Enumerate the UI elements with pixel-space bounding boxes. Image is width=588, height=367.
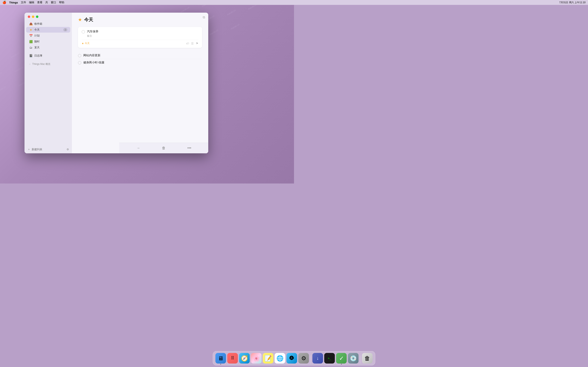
new-list-button[interactable]: ＋ 新建列表 [27, 147, 42, 151]
sidebar-item-inbox[interactable]: 📥 收件箱 [26, 21, 70, 27]
maximize-button[interactable] [36, 16, 38, 18]
main-header: ★ 今天 [72, 13, 208, 25]
menubar-left: 🍎 Things 文件 编辑 查看 共 窗口 帮助 [2, 1, 64, 4]
sidebar-overview-label: Things Mac 概览 [32, 62, 51, 66]
sidebar-item-plan[interactable]: 📅 计划 [26, 33, 70, 39]
sidebar-item-today[interactable]: ★ 今天 3 [26, 27, 70, 33]
more-button[interactable]: ••• [186, 145, 193, 152]
apple-logo-icon[interactable]: 🍎 [2, 1, 6, 4]
plus-icon: ＋ [27, 147, 30, 151]
menu-window[interactable]: 窗口 [51, 1, 56, 4]
task-1-note: 备注 [87, 34, 199, 38]
logbook-icon: 📓 [29, 54, 33, 58]
main-title: 今天 [84, 17, 93, 23]
tag-label: 今天 [85, 42, 90, 45]
task-1-title: 汽车保养 [87, 30, 98, 33]
filter-button[interactable]: ⚙ [67, 148, 69, 151]
menu-share[interactable]: 共 [45, 1, 48, 4]
menu-edit[interactable]: 编辑 [29, 1, 34, 4]
someday-icon: 🗂 [29, 46, 33, 49]
trash-icon: 🗑 [162, 146, 165, 150]
task-item-2[interactable]: 网站内容更新 [78, 52, 202, 59]
sidebar-item-things-overview[interactable]: ○ Things Mac 概览 [26, 61, 70, 67]
inbox-icon: 📥 [29, 22, 33, 26]
task-3-checkbox[interactable] [78, 61, 81, 64]
app-window: 📥 收件箱 ★ 今天 3 📅 计划 🟩 随时 [25, 13, 208, 153]
sidebar-someday-label: 某天 [34, 46, 67, 49]
move-icon: → [136, 146, 140, 150]
close-button[interactable] [28, 16, 30, 18]
main-star-icon: ★ [78, 17, 82, 22]
menubar: 🍎 Things 文件 编辑 查看 共 窗口 帮助 7月31日 周六 上午11:… [0, 0, 294, 5]
tag-action-icon[interactable]: 🏷 [186, 42, 189, 45]
plan-icon: 📅 [29, 34, 33, 38]
menu-file[interactable]: 文件 [21, 1, 26, 4]
sidebar: 📥 收件箱 ★ 今天 3 📅 计划 🟩 随时 [25, 13, 72, 153]
filter-icon: ⚙ [67, 148, 69, 151]
task-2-title: 网站内容更新 [83, 54, 100, 57]
sidebar-footer: ＋ 新建列表 ⚙ [25, 145, 72, 153]
sidebar-inbox-label: 收件箱 [34, 22, 67, 26]
sidebar-logbook-label: 日志簿 [34, 54, 67, 58]
sidebar-item-logbook[interactable]: 📓 日志簿 [26, 53, 70, 58]
bottom-toolbar: → 🗑 ••• [119, 143, 208, 153]
sidebar-item-anytime[interactable]: 🟩 随时 [26, 39, 70, 44]
task-1-today-tag[interactable]: ★ 今天 [82, 42, 90, 45]
task-card-1[interactable]: 汽车保养 备注 ★ 今天 🏷 ☰ ⚑ [78, 27, 202, 48]
more-icon: ••• [187, 146, 191, 150]
sidebar-today-label: 今天 [34, 28, 62, 32]
app-name-menu[interactable]: Things [9, 1, 18, 4]
sidebar-anytime-label: 随时 [34, 40, 67, 43]
main-body: 汽车保养 备注 ★ 今天 🏷 ☰ ⚑ [72, 25, 208, 153]
sidebar-nav: 📥 收件箱 ★ 今天 3 📅 计划 🟩 随时 [25, 20, 72, 145]
task-list: 网站内容更新 健身两小时-练腿 [78, 51, 202, 67]
checklist-action-icon[interactable]: ☰ [191, 42, 194, 45]
task-1-actions: 🏷 ☰ ⚑ [186, 42, 199, 45]
traffic-lights [25, 13, 72, 20]
new-list-label: 新建列表 [32, 148, 42, 151]
anytime-icon: 🟩 [29, 40, 33, 43]
flag-action-icon[interactable]: ⚑ [196, 42, 199, 45]
copy-icon[interactable]: ⧉ [203, 16, 205, 19]
sidebar-today-count: 3 [63, 28, 67, 31]
today-icon: ★ [29, 28, 33, 32]
sidebar-plan-label: 计划 [34, 34, 67, 38]
tag-star-icon: ★ [82, 42, 84, 45]
task-item-3[interactable]: 健身两小时-练腿 [78, 59, 202, 66]
desktop: macdo.cnmacdo.cnmacdo.cnmacdo.cnmacdo.cn… [0, 5, 294, 184]
move-button[interactable]: → [135, 145, 142, 152]
menu-view[interactable]: 查看 [37, 1, 43, 4]
overview-circle-icon: ○ [29, 63, 31, 66]
task-card-top: 汽车保养 [82, 30, 199, 33]
menu-help[interactable]: 帮助 [59, 1, 64, 4]
trash-button[interactable]: 🗑 [160, 145, 167, 152]
task-3-title: 健身两小时-练腿 [83, 61, 104, 64]
task-2-checkbox[interactable] [78, 54, 81, 57]
task-1-checkbox[interactable] [82, 30, 85, 33]
minimize-button[interactable] [32, 16, 34, 18]
main-content: ⧉ ★ 今天 汽车保养 备注 ★ 今天 [72, 13, 208, 153]
task-1-footer: ★ 今天 🏷 ☰ ⚑ [82, 40, 199, 45]
sidebar-item-someday[interactable]: 🗂 某天 [26, 45, 70, 50]
